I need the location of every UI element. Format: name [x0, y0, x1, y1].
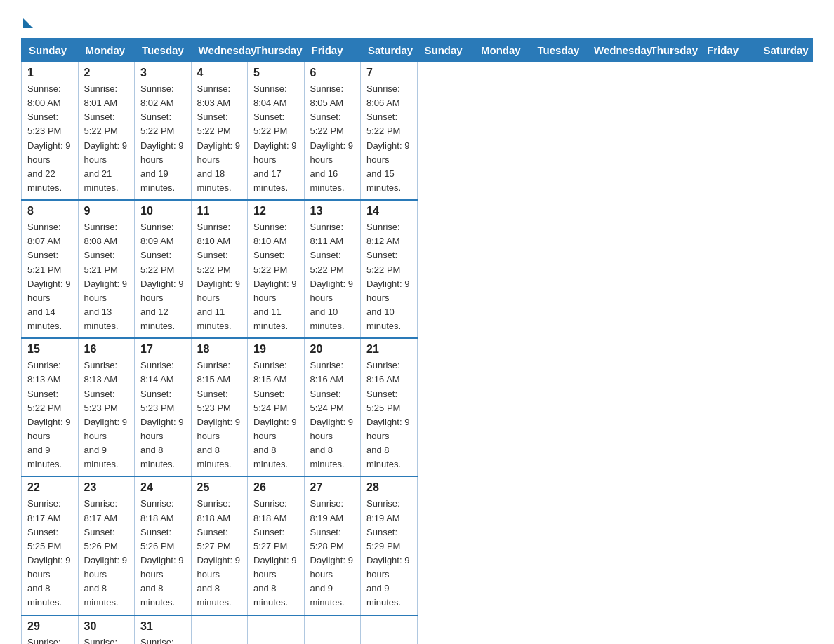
calendar-cell: 19 Sunrise: 8:15 AM Sunset: 5:24 PM Dayl… — [248, 338, 305, 476]
column-header-sunday: Sunday — [22, 39, 79, 62]
column-header-saturday: Saturday — [756, 39, 813, 62]
day-number: 16 — [84, 343, 129, 356]
day-number: 27 — [310, 481, 355, 494]
day-info: Sunrise: 8:17 AM Sunset: 5:25 PM Dayligh… — [27, 497, 72, 610]
day-number: 22 — [27, 481, 72, 494]
column-header-thursday: Thursday — [643, 39, 700, 62]
column-header-thursday: Thursday — [248, 39, 305, 62]
day-info: Sunrise: 8:19 AM Sunset: 5:29 PM Dayligh… — [366, 497, 411, 610]
day-info: Sunrise: 8:11 AM Sunset: 5:22 PM Dayligh… — [310, 220, 355, 333]
day-number: 12 — [253, 205, 298, 217]
column-header-monday: Monday — [78, 39, 135, 62]
column-header-sunday: Sunday — [417, 39, 474, 62]
calendar-cell: 25 Sunrise: 8:18 AM Sunset: 5:27 PM Dayl… — [191, 476, 248, 615]
calendar-cell: 26 Sunrise: 8:18 AM Sunset: 5:27 PM Dayl… — [248, 476, 305, 615]
calendar-week-1: 1 Sunrise: 8:00 AM Sunset: 5:23 PM Dayli… — [22, 62, 813, 201]
calendar-cell: 30 Sunrise: 8:19 AM Sunset: 5:30 PM Dayl… — [78, 615, 135, 645]
column-header-friday: Friday — [304, 39, 361, 62]
calendar-cell: 12 Sunrise: 8:10 AM Sunset: 5:22 PM Dayl… — [248, 200, 305, 338]
calendar-week-2: 8 Sunrise: 8:07 AM Sunset: 5:21 PM Dayli… — [22, 200, 813, 338]
calendar-week-3: 15 Sunrise: 8:13 AM Sunset: 5:22 PM Dayl… — [22, 338, 813, 476]
day-info: Sunrise: 8:01 AM Sunset: 5:22 PM Dayligh… — [84, 82, 129, 195]
day-number: 11 — [197, 205, 242, 217]
column-header-wednesday: Wednesday — [587, 39, 644, 62]
calendar-cell: 15 Sunrise: 8:13 AM Sunset: 5:22 PM Dayl… — [22, 338, 79, 476]
column-header-tuesday: Tuesday — [530, 39, 587, 62]
day-number: 14 — [366, 205, 411, 217]
calendar-cell: 13 Sunrise: 8:11 AM Sunset: 5:22 PM Dayl… — [304, 200, 361, 338]
calendar-cell — [191, 615, 248, 645]
logo — [21, 14, 33, 24]
calendar-cell: 7 Sunrise: 8:06 AM Sunset: 5:22 PM Dayli… — [361, 62, 418, 201]
day-number: 3 — [140, 67, 185, 79]
day-info: Sunrise: 8:14 AM Sunset: 5:23 PM Dayligh… — [140, 358, 185, 471]
day-number: 18 — [197, 343, 242, 356]
day-info: Sunrise: 8:08 AM Sunset: 5:21 PM Dayligh… — [84, 220, 129, 333]
calendar-cell: 22 Sunrise: 8:17 AM Sunset: 5:25 PM Dayl… — [22, 476, 79, 615]
day-number: 28 — [366, 481, 411, 494]
day-info: Sunrise: 8:19 AM Sunset: 5:30 PM Dayligh… — [84, 636, 129, 645]
day-number: 30 — [84, 620, 129, 633]
day-number: 9 — [84, 205, 129, 217]
day-number: 5 — [253, 67, 298, 79]
day-number: 25 — [197, 481, 242, 494]
calendar-cell: 27 Sunrise: 8:19 AM Sunset: 5:28 PM Dayl… — [304, 476, 361, 615]
calendar-cell: 21 Sunrise: 8:16 AM Sunset: 5:25 PM Dayl… — [361, 338, 418, 476]
day-info: Sunrise: 8:16 AM Sunset: 5:24 PM Dayligh… — [310, 358, 355, 471]
day-number: 24 — [140, 481, 185, 494]
calendar-cell — [304, 615, 361, 645]
day-number: 17 — [140, 343, 185, 356]
day-info: Sunrise: 8:09 AM Sunset: 5:22 PM Dayligh… — [140, 220, 185, 333]
day-info: Sunrise: 8:17 AM Sunset: 5:26 PM Dayligh… — [84, 497, 129, 610]
calendar-cell: 9 Sunrise: 8:08 AM Sunset: 5:21 PM Dayli… — [78, 200, 135, 338]
day-number: 21 — [366, 343, 411, 356]
day-number: 4 — [197, 67, 242, 79]
calendar-cell: 17 Sunrise: 8:14 AM Sunset: 5:23 PM Dayl… — [135, 338, 192, 476]
day-info: Sunrise: 8:18 AM Sunset: 5:26 PM Dayligh… — [140, 497, 185, 610]
day-number: 31 — [140, 620, 185, 633]
calendar-cell: 4 Sunrise: 8:03 AM Sunset: 5:22 PM Dayli… — [191, 62, 248, 201]
day-info: Sunrise: 8:10 AM Sunset: 5:22 PM Dayligh… — [253, 220, 298, 333]
column-header-saturday: Saturday — [361, 39, 418, 62]
calendar-cell: 18 Sunrise: 8:15 AM Sunset: 5:23 PM Dayl… — [191, 338, 248, 476]
column-header-friday: Friday — [700, 39, 757, 62]
day-number: 19 — [253, 343, 298, 356]
column-header-tuesday: Tuesday — [135, 39, 192, 62]
day-number: 29 — [27, 620, 72, 633]
calendar-cell: 10 Sunrise: 8:09 AM Sunset: 5:22 PM Dayl… — [135, 200, 192, 338]
calendar-week-4: 22 Sunrise: 8:17 AM Sunset: 5:25 PM Dayl… — [22, 476, 813, 615]
day-info: Sunrise: 8:18 AM Sunset: 5:27 PM Dayligh… — [253, 497, 298, 610]
day-number: 26 — [253, 481, 298, 494]
day-info: Sunrise: 8:15 AM Sunset: 5:23 PM Dayligh… — [197, 358, 242, 471]
calendar-header-row: SundayMondayTuesdayWednesdayThursdayFrid… — [22, 39, 813, 62]
calendar-cell: 20 Sunrise: 8:16 AM Sunset: 5:24 PM Dayl… — [304, 338, 361, 476]
day-number: 1 — [27, 67, 72, 79]
day-info: Sunrise: 8:03 AM Sunset: 5:22 PM Dayligh… — [197, 82, 242, 195]
day-info: Sunrise: 8:12 AM Sunset: 5:22 PM Dayligh… — [366, 220, 411, 333]
day-number: 8 — [27, 205, 72, 217]
calendar-cell: 14 Sunrise: 8:12 AM Sunset: 5:22 PM Dayl… — [361, 200, 418, 338]
calendar-cell: 1 Sunrise: 8:00 AM Sunset: 5:23 PM Dayli… — [22, 62, 79, 201]
calendar-cell: 5 Sunrise: 8:04 AM Sunset: 5:22 PM Dayli… — [248, 62, 305, 201]
day-info: Sunrise: 8:00 AM Sunset: 5:23 PM Dayligh… — [27, 82, 72, 195]
day-number: 2 — [84, 67, 129, 79]
day-number: 23 — [84, 481, 129, 494]
calendar-cell: 16 Sunrise: 8:13 AM Sunset: 5:23 PM Dayl… — [78, 338, 135, 476]
calendar-cell: 31 Sunrise: 8:20 AM Sunset: 5:31 PM Dayl… — [135, 615, 192, 645]
day-info: Sunrise: 8:05 AM Sunset: 5:22 PM Dayligh… — [310, 82, 355, 195]
calendar-cell: 29 Sunrise: 8:19 AM Sunset: 5:29 PM Dayl… — [22, 615, 79, 645]
day-info: Sunrise: 8:02 AM Sunset: 5:22 PM Dayligh… — [140, 82, 185, 195]
day-info: Sunrise: 8:10 AM Sunset: 5:22 PM Dayligh… — [197, 220, 242, 333]
day-info: Sunrise: 8:15 AM Sunset: 5:24 PM Dayligh… — [253, 358, 298, 471]
calendar-cell: 23 Sunrise: 8:17 AM Sunset: 5:26 PM Dayl… — [78, 476, 135, 615]
day-number: 20 — [310, 343, 355, 356]
day-info: Sunrise: 8:19 AM Sunset: 5:28 PM Dayligh… — [310, 497, 355, 610]
calendar-cell: 11 Sunrise: 8:10 AM Sunset: 5:22 PM Dayl… — [191, 200, 248, 338]
day-info: Sunrise: 8:19 AM Sunset: 5:29 PM Dayligh… — [27, 636, 72, 645]
day-info: Sunrise: 8:16 AM Sunset: 5:25 PM Dayligh… — [366, 358, 411, 471]
column-header-monday: Monday — [474, 39, 531, 62]
page-header — [21, 14, 813, 24]
day-number: 6 — [310, 67, 355, 79]
calendar-cell — [248, 615, 305, 645]
calendar-cell: 8 Sunrise: 8:07 AM Sunset: 5:21 PM Dayli… — [22, 200, 79, 338]
